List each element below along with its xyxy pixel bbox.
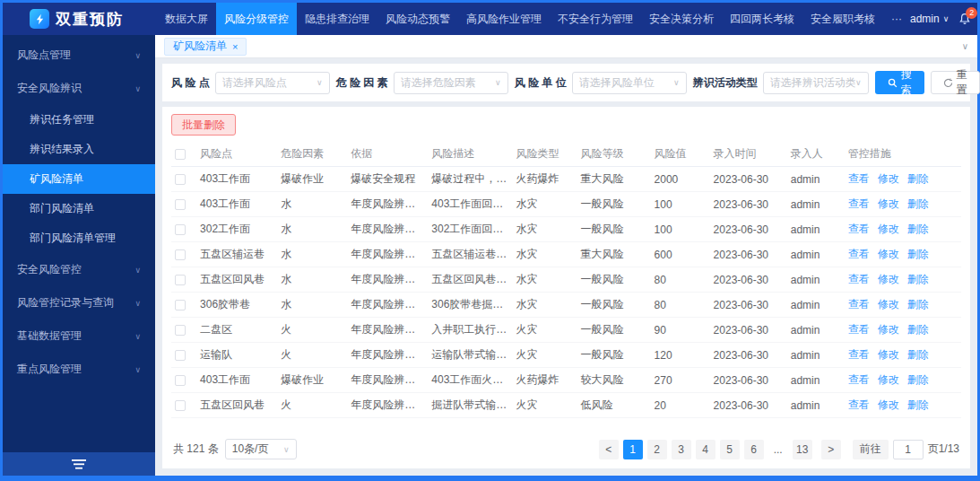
delete-link[interactable]: 删除	[907, 298, 929, 310]
view-link[interactable]: 查看	[848, 172, 870, 185]
sidebar-subitem[interactable]: 矿风险清单	[3, 164, 155, 194]
select-all-checkbox[interactable]	[175, 149, 186, 160]
row-checkbox[interactable]	[175, 325, 186, 336]
tabbar-dropdown-button[interactable]: ∨	[962, 41, 968, 51]
table-cell: 五盘区回风巷	[196, 393, 277, 418]
sidebar-item[interactable]: 安全风险管控∨	[3, 253, 155, 286]
filter-label: 风 险 单 位	[515, 75, 567, 91]
risk-point-select[interactable]: 请选择风险点 ∨	[215, 72, 330, 94]
sidebar-subitem[interactable]: 部门风险清单管理	[3, 223, 155, 253]
view-link[interactable]: 查看	[848, 298, 870, 310]
tab-mine-risk-list[interactable]: 矿风险清单 ×	[164, 38, 247, 56]
page-button[interactable]: 1	[623, 440, 643, 459]
sidebar-collapse-button[interactable]	[3, 452, 155, 476]
row-actions-cell: 查看修改删除	[845, 192, 961, 217]
view-link[interactable]: 查看	[848, 248, 870, 260]
row-checkbox[interactable]	[175, 174, 186, 185]
row-checkbox[interactable]	[175, 224, 186, 235]
edit-link[interactable]: 修改	[878, 398, 899, 411]
row-checkbox[interactable]	[175, 199, 186, 210]
close-icon[interactable]: ×	[232, 41, 238, 52]
edit-link[interactable]: 修改	[878, 298, 899, 310]
sidebar-subitem[interactable]: 部门风险清单	[3, 194, 155, 223]
sidebar-menu: 风险点管理∨安全风险辨识∨辨识任务管理辨识结果录入矿风险清单部门风险清单部门风险…	[3, 35, 155, 386]
edit-link[interactable]: 修改	[878, 172, 899, 185]
row-checkbox[interactable]	[175, 275, 186, 285]
view-link[interactable]: 查看	[848, 323, 870, 336]
activity-type-select[interactable]: 请选择辨识活动类型 ∨	[763, 72, 869, 94]
prev-page-button[interactable]: <	[599, 440, 619, 459]
edit-link[interactable]: 修改	[878, 323, 899, 336]
row-checkbox[interactable]	[175, 249, 186, 260]
topnav-item[interactable]: 四回两长考核	[722, 3, 802, 35]
topnav-item[interactable]: 安全决策分析	[641, 3, 722, 35]
search-button[interactable]: 搜索	[875, 71, 924, 94]
topnav-item[interactable]: 不安全行为管理	[550, 3, 641, 35]
sidebar-item[interactable]: 风险管控记录与查询∨	[3, 286, 155, 319]
sidebar-item[interactable]: 风险点管理∨	[3, 39, 155, 72]
sidebar-item[interactable]: 重点风险管理∨	[3, 353, 155, 386]
user-menu[interactable]: admin ∨	[910, 13, 949, 25]
view-link[interactable]: 查看	[848, 348, 870, 361]
risk-unit-select[interactable]: 请选择风险单位 ∨	[572, 72, 687, 94]
notifications-button[interactable]: 2	[958, 13, 971, 25]
topnav-item[interactable]: 安全履职考核	[802, 3, 883, 35]
next-page-button[interactable]: >	[821, 440, 841, 459]
table-cell: 水	[277, 293, 347, 318]
topnav-item[interactable]: 数据大屏	[157, 3, 216, 35]
row-checkbox[interactable]	[175, 400, 186, 411]
page-button[interactable]: 6	[744, 440, 764, 459]
topnav-item[interactable]: 隐患排查治理	[297, 3, 377, 35]
edit-link[interactable]: 修改	[878, 373, 899, 386]
row-actions-cell: 查看修改删除	[845, 368, 961, 393]
table-cell: 2023-06-30	[710, 368, 787, 393]
jump-button[interactable]: 前往	[853, 440, 889, 459]
topnav-item[interactable]: 风险动态预警	[377, 3, 458, 35]
row-checkbox[interactable]	[175, 375, 186, 386]
view-link[interactable]: 查看	[848, 197, 870, 210]
sidebar-item[interactable]: 基础数据管理∨	[3, 319, 155, 353]
page-button[interactable]: 3	[672, 440, 691, 459]
delete-link[interactable]: 删除	[907, 197, 929, 210]
view-link[interactable]: 查看	[848, 398, 870, 411]
page-button[interactable]: 5	[720, 440, 740, 459]
edit-link[interactable]: 修改	[878, 248, 899, 260]
topnav-item[interactable]: ···	[883, 3, 910, 35]
table-cell: 年度风险辨识评估...	[347, 242, 428, 267]
topnav-item[interactable]: 高风险作业管理	[458, 3, 550, 35]
delete-link[interactable]: 删除	[907, 373, 929, 386]
page-jump-input[interactable]	[893, 440, 924, 459]
delete-link[interactable]: 删除	[907, 248, 929, 260]
hazard-factor-select[interactable]: 请选择危险因素 ∨	[394, 72, 508, 94]
topnav-item[interactable]: 风险分级管控	[216, 3, 297, 35]
batch-delete-button[interactable]: 批量删除	[171, 114, 236, 136]
sidebar-subitem[interactable]: 辨识结果录入	[3, 135, 155, 164]
delete-link[interactable]: 删除	[907, 398, 929, 411]
sidebar-item[interactable]: 安全风险辨识∨	[3, 72, 155, 105]
edit-link[interactable]: 修改	[878, 197, 899, 210]
table-cell: 年度风险辨识评估...	[347, 293, 428, 318]
view-link[interactable]: 查看	[848, 273, 870, 285]
delete-link[interactable]: 删除	[907, 323, 929, 336]
delete-link[interactable]: 删除	[907, 172, 929, 185]
edit-link[interactable]: 修改	[878, 223, 899, 235]
view-link[interactable]: 查看	[848, 373, 870, 386]
table-cell: 403工作面回采期...	[428, 192, 512, 217]
view-link[interactable]: 查看	[848, 223, 870, 235]
page-button[interactable]: 13	[793, 440, 812, 459]
edit-link[interactable]: 修改	[878, 273, 899, 285]
page-button[interactable]: 2	[647, 440, 667, 459]
delete-link[interactable]: 删除	[907, 273, 929, 285]
row-checkbox[interactable]	[175, 300, 186, 310]
app-window: 双重预防 数据大屏风险分级管控隐患排查治理风险动态预警高风险作业管理不安全行为管…	[0, 0, 980, 481]
row-checkbox[interactable]	[175, 350, 186, 361]
delete-link[interactable]: 删除	[907, 223, 929, 235]
page-button[interactable]: 4	[696, 440, 715, 459]
reset-button[interactable]: 重置	[931, 71, 980, 94]
sidebar-subitem[interactable]: 辨识任务管理	[3, 105, 155, 135]
delete-link[interactable]: 删除	[907, 348, 929, 361]
chevron-down-icon: ∨	[134, 266, 141, 275]
column-header: 依据	[347, 142, 428, 167]
page-size-select[interactable]: 10条/页 ∨	[225, 439, 297, 459]
edit-link[interactable]: 修改	[878, 348, 899, 361]
